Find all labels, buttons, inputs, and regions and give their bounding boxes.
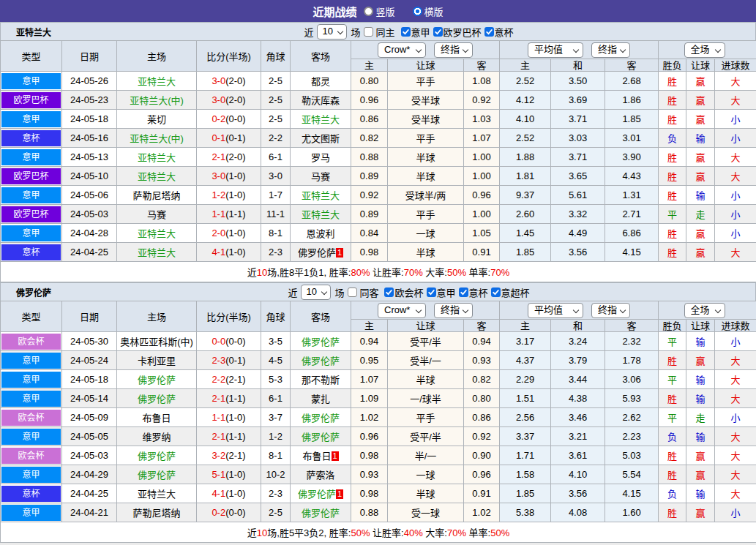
team1-match-count-select[interactable]: 10 <box>317 24 347 40</box>
home-team-cell: 亚特兰大 <box>117 484 197 503</box>
league-checkbox[interactable] <box>484 27 494 37</box>
col-header-home: 主场 <box>117 41 197 72</box>
corner-cell: 8-1 <box>261 224 291 243</box>
league-type-cell: 意甲 <box>1 224 62 243</box>
result-handicap: 输 <box>696 190 706 201</box>
result-handicap-cell: 走 <box>686 205 715 224</box>
league-checkbox[interactable] <box>401 27 411 37</box>
same-venue-checkbox[interactable] <box>348 287 357 297</box>
date-cell: 24-05-03 <box>62 446 117 465</box>
home-team-name: 亚特兰大 <box>138 152 176 163</box>
team2-bookmaker-select[interactable]: Crow* <box>378 303 426 318</box>
handicap-away-odds-cell: 1.08 <box>464 72 500 91</box>
result-outcome: 胜 <box>667 95 677 106</box>
avg-time-select-wrap: 终指 <box>591 303 630 318</box>
away-team-name: 佛罗伦萨 <box>302 432 340 443</box>
summary-segment: 单率: <box>466 527 490 538</box>
col-header-date: 日期 <box>62 41 117 72</box>
handicap-home-odds-cell: 1.07 <box>351 370 388 389</box>
team2-match-count-select[interactable]: 10 <box>301 285 331 300</box>
away-team-name: 罗马 <box>311 152 330 163</box>
same-venue-label: 同主 <box>375 25 394 39</box>
result-handicap-cell: 赢 <box>686 243 715 262</box>
date-cell: 24-05-30 <box>62 332 117 351</box>
away-team-cell: 罗马 <box>291 148 351 167</box>
home-team-name: 亚特兰大 <box>138 171 176 182</box>
handicap-home-odds-cell: 0.88 <box>351 503 388 522</box>
team2-odds-time-select[interactable]: 终指 <box>434 303 473 318</box>
team2-league-filters: 欧会杯意甲意杯意超杯 <box>381 285 529 299</box>
result-goals-cell: 小 <box>715 186 756 205</box>
avg-draw-odds-cell: 3.65 <box>551 167 605 186</box>
league-checkbox[interactable] <box>491 287 501 297</box>
halftime-score: (2-1) <box>225 450 245 461</box>
handicap-line-cell: 半球 <box>388 370 464 389</box>
team2-name: 佛罗伦萨 <box>1 286 51 298</box>
league-checkbox[interactable] <box>384 287 394 297</box>
avg-home-odds-cell: 2.56 <box>500 408 551 427</box>
avg-home-odds-cell: 9.37 <box>500 186 551 205</box>
home-team-name: 萨勒尼塔纳 <box>132 190 180 201</box>
result-handicap: 赢 <box>696 114 706 125</box>
avg-group-header: 平均值 终指 <box>500 41 659 59</box>
league-checkbox[interactable] <box>459 287 468 297</box>
away-team-cell: 尤文图斯 <box>291 129 351 148</box>
handicap-away-odds-cell: 1.00 <box>464 167 500 186</box>
handicap-line-cell: 受半/一 <box>388 351 464 370</box>
team1-result-scope-select[interactable]: 全场 <box>684 42 725 58</box>
league-checkbox-label: 意甲 <box>411 25 430 39</box>
result-goals-cell: 大 <box>715 484 756 503</box>
league-checkbox[interactable] <box>433 27 443 37</box>
home-team-name: 佛罗伦萨 <box>138 451 176 462</box>
score-cell: 3-0(2-0) <box>197 91 261 110</box>
away-team-name: 亚特兰大 <box>302 209 340 220</box>
check-icon <box>385 288 393 296</box>
result-goals-cell: 大 <box>715 446 756 465</box>
bookmaker-select-wrap: Crow* <box>378 42 426 58</box>
team1-filter: 近 10 场 同主 意甲欧罗巴杯意杯 <box>62 23 755 40</box>
halftime-score: (1-0) <box>225 228 245 238</box>
home-team-cell: 维罗纳 <box>117 427 197 446</box>
away-team-cell: 马赛 <box>291 167 351 186</box>
avg-home-odds-cell: 1.51 <box>500 389 551 408</box>
handicap-away-odds-cell: 0.90 <box>464 446 500 465</box>
team1-odds-time-select[interactable]: 终指 <box>434 42 473 58</box>
team2-avg-time-select[interactable]: 终指 <box>591 303 630 318</box>
table-row: 意甲 24-05-14 佛罗伦萨 2-1(1-1) 6-1 蒙扎 1.09 一/… <box>1 389 756 408</box>
result-handicap: 输 <box>696 337 706 347</box>
team1-avg-kind-select[interactable]: 平均值 <box>528 42 583 58</box>
halftime-score: (2-0) <box>225 75 245 86</box>
result-outcome: 负 <box>667 489 677 500</box>
result-outcome-cell: 平 <box>659 332 686 351</box>
date-cell: 24-04-29 <box>62 465 117 484</box>
table-row: 意甲 24-04-29 佛罗伦萨 5-1(1-0) 10-2 萨索洛 0.93 … <box>1 465 756 484</box>
result-handicap: 输 <box>696 489 706 500</box>
home-team-cell: 亚特兰大 <box>117 243 197 262</box>
halftime-score: (0-0) <box>225 336 245 347</box>
result-goals-cell: 大 <box>715 370 756 389</box>
result-goals: 大 <box>731 489 741 500</box>
avg-away-odds-cell: 1.86 <box>605 91 659 110</box>
league-type-cell: 意甲 <box>1 72 62 91</box>
team2-avg-kind-select[interactable]: 平均值 <box>528 303 583 318</box>
summary-segment: 50% <box>490 527 509 538</box>
odds-time-select-wrap: 终指 <box>434 303 473 318</box>
summary-segment: 50% <box>351 527 370 538</box>
team1-avg-time-select[interactable]: 终指 <box>591 42 630 58</box>
corner-cell: 2-3 <box>261 484 291 503</box>
league-checkbox[interactable] <box>427 287 436 297</box>
team1-bookmaker-select[interactable]: Crow* <box>378 42 426 58</box>
result-group-header: 全场 <box>659 41 756 59</box>
home-team-name: 布鲁日 <box>142 413 171 424</box>
subcol-odds-handicap: 让球 <box>388 59 464 72</box>
halftime-score: (2-1) <box>225 374 245 385</box>
score-cell: 1-1(1-0) <box>197 408 261 427</box>
score-cell: 3-0(2-0) <box>197 72 261 91</box>
same-venue-checkbox[interactable] <box>364 27 373 37</box>
result-handicap-cell: 输 <box>686 332 715 351</box>
result-handicap-cell: 赢 <box>686 446 715 465</box>
result-outcome-cell: 平 <box>659 370 686 389</box>
team2-result-scope-select[interactable]: 全场 <box>684 303 725 318</box>
horizontal-layout-radio[interactable] <box>413 7 422 16</box>
vertical-layout-radio[interactable] <box>364 7 373 16</box>
